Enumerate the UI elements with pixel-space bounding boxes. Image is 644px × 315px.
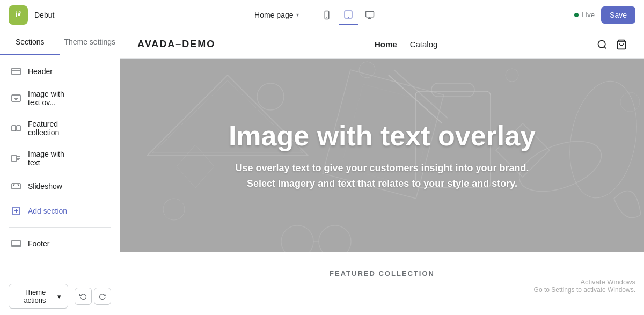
sidebar-item-featured-collection[interactable]: Featured collection ⋮⋮: [2, 113, 118, 143]
redo-button[interactable]: [94, 288, 111, 305]
svg-point-12: [85, 97, 87, 99]
preview-brand: AVADA–DEMO: [137, 39, 215, 50]
sidebar-items: Header Image with text ov...: [0, 55, 120, 277]
theme-actions-button[interactable]: Theme actions ▾: [9, 284, 68, 309]
image-text-drag-btn[interactable]: ⋮⋮: [96, 152, 109, 165]
svg-point-15: [85, 127, 87, 129]
topbar-right: Live Save: [574, 6, 635, 24]
main-content: Sections Theme settings Header: [0, 30, 644, 315]
tab-sections[interactable]: Sections: [0, 30, 60, 55]
sidebar-tabs: Sections Theme settings: [0, 30, 120, 55]
live-indicator: Live: [574, 11, 595, 19]
svg-rect-21: [12, 184, 20, 189]
view-icons: [317, 5, 379, 25]
svg-rect-26: [12, 240, 20, 247]
chevron-down-icon: ▾: [296, 12, 299, 18]
sidebar-footer: Theme actions ▾: [0, 277, 120, 315]
live-dot: [574, 13, 579, 17]
sidebar-item-header-label: Header: [28, 67, 109, 76]
sidebar-item-slideshow[interactable]: Slideshow ⋮⋮: [2, 173, 118, 199]
slideshow-drag-btn[interactable]: ⋮⋮: [96, 180, 109, 193]
hero-overlay: Image with text overlay Use overlay text…: [229, 120, 536, 192]
image-text-icon: [11, 153, 21, 164]
sidebar-item-footer-label: Footer: [28, 239, 109, 248]
cart-icon: [616, 39, 627, 50]
sidebar-item-image-with-text[interactable]: Image with text ⋮⋮: [2, 143, 118, 173]
svg-point-20: [85, 157, 87, 159]
visibility-toggle-btn[interactable]: [80, 92, 93, 105]
sidebar: Sections Theme settings Header: [0, 30, 120, 315]
activate-windows: Activate Windows Go to Settings to activ…: [534, 278, 635, 294]
collection-icon: [11, 123, 21, 134]
sidebar-item-image-with-text-label: Image with text: [28, 150, 74, 167]
svg-rect-14: [17, 126, 20, 131]
svg-rect-13: [12, 126, 16, 131]
nav-link-home: Home: [375, 40, 397, 49]
theme-actions-chevron-icon: ▾: [57, 292, 61, 301]
page-selector[interactable]: Home page ▾: [249, 8, 304, 23]
preview-nav-icons: [597, 39, 627, 50]
add-section-icon: [11, 206, 21, 216]
preview-nav: AVADA–DEMO Home Catalog: [120, 30, 644, 59]
sidebar-item-featured-collection-label: Featured collection: [28, 120, 74, 137]
save-button[interactable]: Save: [601, 6, 635, 24]
svg-point-22: [85, 185, 87, 187]
svg-rect-16: [12, 155, 16, 162]
undo-button[interactable]: [75, 288, 92, 305]
tablet-view-btn[interactable]: [339, 5, 358, 25]
svg-point-3: [348, 17, 349, 17]
shopify-logo: [9, 5, 28, 25]
add-section-item[interactable]: Add section: [2, 199, 118, 223]
page-selector-label: Home page: [254, 11, 293, 19]
sidebar-item-image-text-overlay-label: Image with text ov...: [28, 90, 74, 107]
add-section-label: Add section: [28, 207, 67, 215]
svg-rect-4: [366, 11, 374, 17]
activate-windows-subtitle: Go to Settings to activate Windows.: [534, 286, 635, 294]
footer-layout-icon: [11, 238, 21, 249]
desktop-view-btn[interactable]: [360, 5, 379, 25]
sidebar-item-slideshow-label: Slideshow: [28, 182, 74, 191]
slideshow-visibility-btn[interactable]: [80, 180, 93, 193]
layout-header-icon: [11, 66, 21, 77]
topbar-center: Home page ▾: [61, 5, 568, 25]
sidebar-separator: [9, 227, 111, 228]
sidebar-item-header[interactable]: Header: [2, 60, 118, 83]
sidebar-item-footer[interactable]: Footer: [2, 232, 118, 255]
preview-area: AVADA–DEMO Home Catalog: [120, 30, 644, 315]
svg-point-28: [598, 40, 605, 47]
theme-name: Debut: [34, 11, 54, 19]
image-overlay-icon: [11, 93, 21, 104]
drag-handle-btn[interactable]: ⋮⋮: [96, 92, 109, 105]
preview-frame: AVADA–DEMO Home Catalog: [120, 30, 644, 315]
topbar: Debut Home page ▾: [0, 0, 644, 30]
nav-link-catalog: Catalog: [410, 40, 438, 49]
hero-title: Image with text overlay: [229, 120, 536, 152]
featured-visibility-btn[interactable]: [80, 122, 93, 135]
activate-windows-title: Activate Windows: [534, 278, 635, 286]
search-icon: [597, 39, 608, 50]
svg-line-29: [604, 46, 606, 48]
featured-drag-btn[interactable]: ⋮⋮: [96, 122, 109, 135]
preview-nav-links: Home Catalog: [375, 40, 437, 49]
svg-point-1: [327, 17, 328, 18]
mobile-view-btn[interactable]: [317, 5, 336, 25]
svg-rect-7: [12, 68, 20, 75]
tab-theme-settings[interactable]: Theme settings: [60, 30, 120, 55]
image-text-visibility-btn[interactable]: [80, 152, 93, 165]
hero-section: Image with text overlay Use overlay text…: [120, 59, 644, 252]
theme-actions-label: Theme actions: [16, 288, 54, 304]
featured-collection-title: FEATURED COLLECTION: [137, 269, 627, 277]
sidebar-item-image-text-overlay[interactable]: Image with text ov... ⋮⋮: [2, 83, 118, 113]
undo-redo-buttons: [75, 288, 111, 305]
live-label: Live: [582, 11, 595, 19]
hero-subtitle: Use overlay text to give your customers …: [229, 160, 536, 192]
slideshow-icon: [11, 181, 21, 192]
